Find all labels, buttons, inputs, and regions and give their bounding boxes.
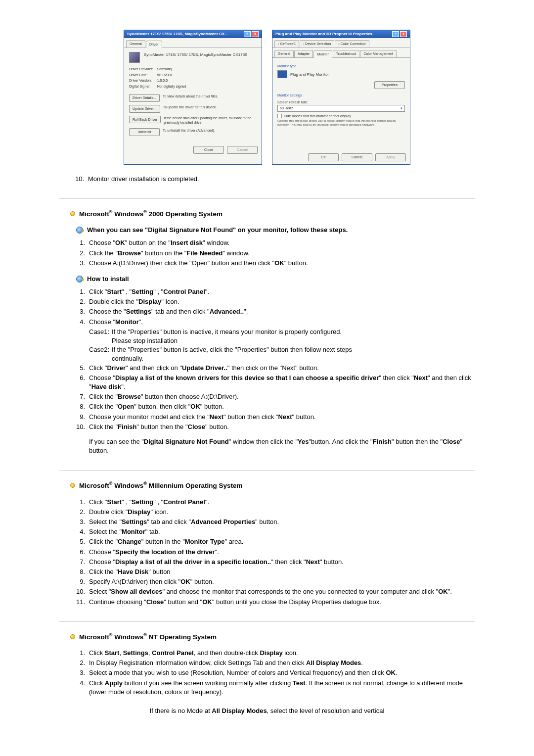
tab-device-selection[interactable]: Device Selection — [300, 40, 335, 47]
tab-driver[interactable]: Driver — [146, 41, 162, 48]
hide-modes-note: Clearing this check box allows you to se… — [277, 119, 405, 126]
dialog1-tabs: General Driver — [124, 38, 262, 48]
provider-value: Samsung — [157, 67, 257, 72]
divider — [59, 198, 475, 199]
close-button[interactable]: Close — [193, 146, 224, 154]
cancel-button: Cancel — [227, 146, 258, 154]
bullet-icon — [70, 483, 75, 488]
divider — [59, 621, 475, 622]
monitor-properties-dialog: Plug and Play Monitor and 3D Prophet III… — [272, 30, 410, 165]
tab-general2[interactable]: General — [274, 50, 294, 57]
steps-howto-2000: 1.Click "Start" , "Setting" , "Control P… — [76, 287, 475, 327]
monitor-type-heading: Monitor type — [277, 64, 405, 69]
dialog2-title: Plug and Play Monitor and 3D Prophet III… — [275, 31, 372, 37]
sub-heading-howto: How to install — [76, 275, 475, 284]
screenshot-row: SyncMaster 171S/ 175S/ 170S, MagicSyncMa… — [59, 30, 475, 165]
sub-bullet-icon — [76, 227, 83, 234]
steps-signature: 1.Choose "OK" button on the "Insert disk… — [76, 238, 475, 268]
monitor-name: Plug and Play Monitor — [290, 72, 329, 77]
tab-adapter[interactable]: Adapter — [294, 50, 313, 57]
tab-color-correction[interactable]: Color Correction — [335, 40, 369, 47]
steps-howto-2000-cont: 5.Click "Driver" and then click on "Upda… — [76, 364, 475, 431]
step-10: 10. Monitor driver installation is compl… — [74, 175, 475, 184]
tab-color-management[interactable]: Color Management — [360, 50, 397, 57]
update-driver-desc: To update the driver for this device. — [163, 105, 257, 110]
cancel-button2[interactable]: Cancel — [342, 153, 372, 161]
dialog1-title: SyncMaster 171S/ 175S/ 170S, MagicSyncMa… — [127, 31, 228, 37]
case1: Case1:If the "Properties" button is inac… — [89, 328, 475, 336]
driver-properties-dialog: SyncMaster 171S/ 175S/ 170S, MagicSyncMa… — [124, 30, 262, 165]
dialog1-titlebar: SyncMaster 171S/ 175S/ 170S, MagicSyncMa… — [124, 30, 262, 38]
dialog2-titlebar: Plug and Play Monitor and 3D Prophet III… — [272, 30, 410, 38]
date-label: Driver Date: — [129, 73, 153, 78]
driver-details-button[interactable]: Driver Details... — [129, 94, 160, 102]
case2: Case2:If the "Properties" button is acti… — [89, 345, 475, 354]
rollback-driver-button[interactable]: Roll Back Driver — [129, 116, 161, 124]
provider-label: Driver Provider: — [129, 67, 153, 72]
signer-value: Not digitally signed — [157, 84, 257, 89]
signer-label: Digital Signer: — [129, 84, 153, 89]
steps-me: 1.Click "Start" , "Setting" , "Control P… — [76, 498, 475, 607]
tab-troubleshoot[interactable]: Troubleshoot — [333, 50, 360, 57]
close-icon[interactable]: X — [400, 31, 407, 37]
product-name: SyncMaster 171S/ 175S/ 170S, MagicSyncMa… — [144, 52, 247, 63]
sub-heading-signature: When you can see "Digital Signature Not … — [76, 226, 475, 235]
divider — [59, 470, 475, 471]
hide-modes-checkbox[interactable] — [277, 114, 282, 118]
bullet-icon — [70, 211, 75, 216]
case2-cont: continually. — [112, 354, 475, 363]
section-heading-winme: Microsoft® Windows® Millennium Operating… — [70, 480, 475, 490]
uninstall-desc: To uninstall the driver (Advanced). — [163, 128, 257, 133]
hide-modes-label: Hide modes that this monitor cannot disp… — [284, 114, 351, 119]
close-icon[interactable]: X — [252, 31, 259, 37]
uninstall-button[interactable]: Uninstall — [129, 128, 160, 136]
ok-button[interactable]: OK — [308, 153, 339, 161]
tab-monitor[interactable]: Monitor — [313, 50, 332, 58]
nt-final-note: If there is no Mode at All Display Modes… — [59, 707, 475, 715]
apply-button: Apply — [375, 153, 406, 161]
sub-bullet-icon — [76, 276, 83, 283]
section-heading-win2000: Microsoft® Windows® 2000 Operating Syste… — [70, 209, 475, 219]
date-value: 9/11/2001 — [157, 73, 257, 78]
tab-general[interactable]: General — [126, 40, 145, 47]
dialog2-tab-row2: General Adapter Monitor Troubleshoot Col… — [272, 48, 410, 58]
section-heading-winnt: Microsoft® Windows® NT Operating System — [70, 632, 475, 642]
refresh-rate-label: Screen refresh rate: — [277, 100, 405, 105]
properties-button[interactable]: Properties — [374, 81, 405, 89]
case1-cont: Please stop installation — [112, 336, 475, 345]
tab-geforce3[interactable]: GeForce3 — [274, 40, 299, 47]
driver-details-desc: To view details about the driver files. — [163, 94, 257, 99]
monitor-icon — [129, 52, 140, 63]
update-driver-button[interactable]: Update Driver... — [129, 105, 160, 113]
version-label: Driver Version: — [129, 78, 153, 83]
win2000-note: If you can see the "Digital Signature No… — [89, 437, 475, 455]
version-value: 1.0.0.0 — [157, 78, 257, 83]
rollback-driver-desc: If the device fails after updating the d… — [164, 116, 257, 126]
monitor-icon — [277, 70, 287, 78]
monitor-settings-heading: Monitor settings — [277, 93, 405, 98]
bullet-icon — [70, 634, 75, 639]
refresh-rate-dropdown[interactable]: 60 Hertz — [277, 105, 405, 112]
dialog2-tab-row1: GeForce3 Device Selection Color Correcti… — [272, 38, 410, 48]
help-icon[interactable]: ? — [244, 31, 251, 37]
help-icon[interactable]: ? — [392, 31, 399, 37]
steps-nt: 1.Click Start, Settings, Control Panel, … — [76, 649, 475, 697]
